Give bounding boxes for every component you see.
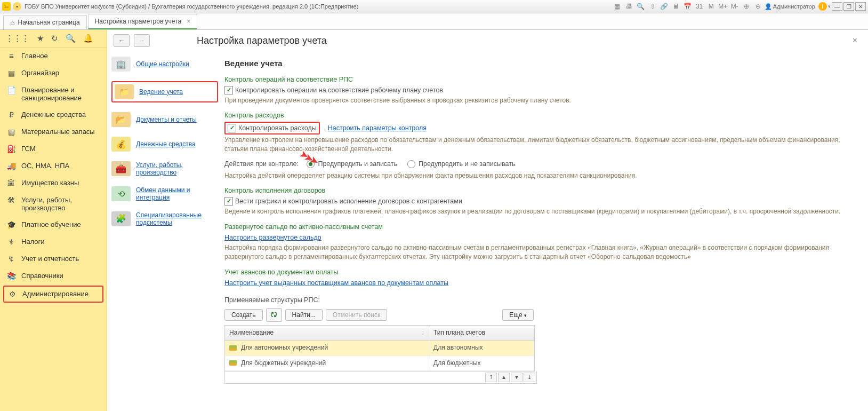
search-icon[interactable]: 🔍 <box>66 34 76 43</box>
rps-label: Применяемые структуры РПС: <box>224 295 857 305</box>
radio-warn-save[interactable] <box>307 160 315 168</box>
section-works[interactable]: 🧰Услуги, работы, производство <box>111 161 218 177</box>
page-header: ← → Настройка параметров учета × <box>107 30 868 51</box>
section-general[interactable]: 🏢Общие настройки <box>111 57 218 72</box>
radio-warn-nosave[interactable] <box>407 160 415 168</box>
left-sidebar: ⋮⋮⋮ ★ ↻ 🔍 🔔 ≡Главное ▤Органайзер 📄Планир… <box>0 30 107 411</box>
scroll-up-button[interactable]: ▲ <box>498 373 510 382</box>
sidebar-item-treasury[interactable]: 🏛Имущество казны <box>0 175 107 192</box>
gear-icon: ⚙ <box>7 290 17 298</box>
description-text: При проведении документов проверяется со… <box>224 96 857 105</box>
refresh-button[interactable]: 🗘 <box>266 308 282 322</box>
nav-forward-button[interactable]: → <box>134 34 150 47</box>
sidebar-item-taxes[interactable]: ⚜Налоги <box>0 233 107 250</box>
titlebar: 1c ▾ ГОБУ ВПО Университет искусств (Субс… <box>0 0 868 13</box>
minimize-button[interactable]: — <box>832 2 842 11</box>
cb-contracts[interactable] <box>224 197 233 206</box>
sidebar-item-reports[interactable]: ↯Учет и отчетность <box>0 250 107 267</box>
note-icon: ▤ <box>6 69 16 77</box>
configure-balance-link[interactable]: Настроить развернутое сальдо <box>224 234 322 241</box>
section-documents[interactable]: 📂Документы и отчеты <box>111 112 218 127</box>
main-area: ← → Настройка параметров учета × 🏢Общие … <box>107 30 868 411</box>
print-icon[interactable]: 🖶 <box>625 2 633 11</box>
m-plus-button[interactable]: M+ <box>719 2 727 11</box>
menu-grid-icon[interactable]: ⋮⋮⋮ <box>5 34 29 43</box>
sidebar-item-directories[interactable]: 📚Справочники <box>0 267 107 284</box>
nav-back-button[interactable]: ← <box>114 34 130 47</box>
tab-settings[interactable]: Настройка параметров учета × <box>88 14 198 29</box>
sidebar-item-money[interactable]: ₽Денежные средства <box>0 106 107 123</box>
link-icon[interactable]: 🔗 <box>660 2 669 11</box>
col-type-header[interactable]: Тип плана счетов <box>429 326 534 340</box>
group-contracts-title: Контроль исполнения договоров <box>224 186 857 195</box>
cb-label: Контролировать операции на соответствие … <box>235 85 443 95</box>
scroll-bottom-button[interactable]: ⤓ <box>524 373 535 382</box>
row-icon <box>229 345 237 351</box>
section-cash[interactable]: 💰Денежные средства <box>111 137 218 152</box>
info-icon[interactable]: i <box>818 2 827 11</box>
info-dd-icon[interactable]: ▾ <box>828 4 831 9</box>
bell-icon[interactable]: 🔔 <box>83 34 93 43</box>
cb-control-expenses[interactable] <box>228 124 236 132</box>
current-user[interactable]: 👤 Администратор <box>765 3 815 10</box>
sidebar-item-organizer[interactable]: ▤Органайзер <box>0 65 107 82</box>
upload-icon[interactable]: ⇧ <box>648 2 657 11</box>
sidebar-item-planning[interactable]: 📄Планирование и санкционирование <box>0 82 107 106</box>
find-button[interactable]: Найти... <box>285 309 323 321</box>
table-row[interactable]: Для бюджетных учреждений Для бюджетных <box>225 356 534 371</box>
sidebar-label: Главное <box>21 52 48 60</box>
window-tool-icon[interactable]: ▦ <box>613 2 622 11</box>
zoom-in-icon[interactable]: ⊕ <box>742 2 751 11</box>
preview-icon[interactable]: 🔍 <box>637 2 645 11</box>
dropdown-icon[interactable]: ▾ <box>13 2 21 11</box>
group-balance-title: Развернутое сальдо по активно-пассивным … <box>224 222 857 232</box>
scroll-top-button[interactable]: ⤒ <box>485 373 497 382</box>
table-toolbar: Создать 🗘 Найти... Отменить поиск Еще ▾ <box>224 308 534 322</box>
table-row[interactable]: Для автономных учреждений Для автономных <box>225 341 534 355</box>
sidebar-item-services[interactable]: 🛠Услуги, работы, производство <box>0 192 107 216</box>
calendar-icon[interactable]: 📅 <box>684 2 692 11</box>
history-icon[interactable]: ↻ <box>51 34 58 43</box>
sidebar-label: Учет и отчетность <box>21 255 79 263</box>
close-tab-icon[interactable]: × <box>187 18 190 25</box>
configure-advances-link[interactable]: Настроить учет выданных поставщикам аван… <box>224 279 448 287</box>
close-window-button[interactable]: ✕ <box>855 2 866 11</box>
sidebar-item-fuel[interactable]: ⛽ГСМ <box>0 140 107 157</box>
calculator-icon[interactable]: 🖩 <box>672 2 680 11</box>
sidebar-item-materials[interactable]: ▦Материальные запасы <box>0 123 107 140</box>
sidebar-item-assets[interactable]: 🚚ОС, НМА, НПА <box>0 157 107 175</box>
docs-icon: 📂 <box>111 112 131 127</box>
cb-control-rps[interactable] <box>224 86 233 94</box>
date-icon[interactable]: 31 <box>695 2 704 11</box>
m-button[interactable]: M <box>707 2 716 11</box>
sidebar-label: Администрирование <box>22 290 89 298</box>
create-button[interactable]: Создать <box>224 309 263 321</box>
chart-icon: ↯ <box>6 255 16 263</box>
section-exchange[interactable]: ⟲Обмен данными и интеграция <box>111 186 218 202</box>
sidebar-item-administration[interactable]: ⚙Администрирование <box>3 286 103 303</box>
zoom-out-icon[interactable]: ⊖ <box>754 2 762 11</box>
maximize-button[interactable]: ❐ <box>843 2 854 11</box>
col-name-header[interactable]: Наименование↓ <box>225 326 429 340</box>
radio-label: Предупредить и записать <box>318 159 397 169</box>
money-icon: 💰 <box>111 137 131 152</box>
tab-home[interactable]: ⌂ Начальная страница <box>3 15 87 29</box>
sidebar-item-education[interactable]: 🎓Платное обучение <box>0 216 107 233</box>
section-accounting[interactable]: 📁Ведение учета <box>111 81 218 102</box>
star-icon[interactable]: ★ <box>37 34 44 43</box>
sidebar-item-main[interactable]: ≡Главное <box>0 48 107 65</box>
scroll-down-button[interactable]: ▼ <box>511 373 523 382</box>
cancel-find-button[interactable]: Отменить поиск <box>326 309 387 321</box>
coin-icon: ₽ <box>6 110 16 119</box>
sort-icon: ↓ <box>421 328 424 337</box>
close-page-button[interactable]: × <box>848 34 862 48</box>
m-minus-button[interactable]: M- <box>730 2 739 11</box>
section-link: Услуги, работы, производство <box>136 161 218 177</box>
eagle-icon: ⚜ <box>6 238 16 246</box>
books-icon: 📚 <box>6 272 16 280</box>
sidebar-label: Материальные запасы <box>21 128 95 136</box>
more-button[interactable]: Еще ▾ <box>502 309 534 321</box>
configure-control-link[interactable]: Настроить параметры контроля <box>328 123 427 133</box>
tab-home-label: Начальная страница <box>18 19 79 26</box>
section-special[interactable]: 🧩Специализированные подсистемы <box>111 211 218 227</box>
